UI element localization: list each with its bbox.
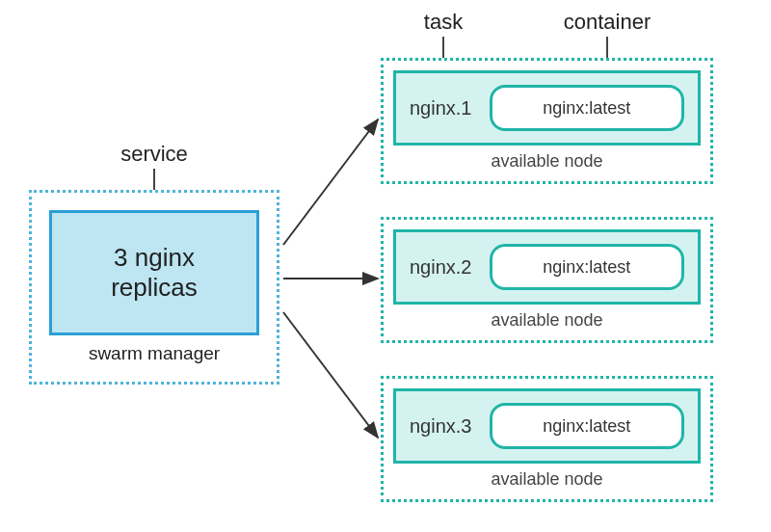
node-1: nginx.1 nginx:latest available node: [381, 58, 713, 184]
service-text: 3 nginx replicas: [111, 243, 198, 303]
node-caption-1: available node: [393, 151, 701, 172]
task-box-3: nginx.3 nginx:latest: [393, 388, 701, 464]
swarm-manager-caption: swarm manager: [49, 343, 259, 364]
node-2: nginx.2 nginx:latest available node: [381, 217, 713, 343]
arrow-to-node-1: [283, 120, 378, 245]
service-label: service: [116, 142, 193, 167]
service-line2: replicas: [111, 273, 198, 302]
task-name-3: nginx.3: [410, 415, 472, 438]
node-caption-2: available node: [393, 310, 701, 331]
container-box-2: nginx:latest: [490, 244, 685, 290]
container-box-1: nginx:latest: [490, 85, 685, 131]
container-label: container: [549, 10, 665, 35]
task-name-1: nginx.1: [410, 97, 472, 120]
service-line1: 3 nginx: [114, 243, 195, 272]
swarm-manager-box: 3 nginx replicas swarm manager: [29, 190, 279, 385]
service-box: 3 nginx replicas: [49, 210, 259, 335]
task-box-2: nginx.2 nginx:latest: [393, 229, 701, 305]
task-name-2: nginx.2: [410, 256, 472, 279]
container-box-3: nginx:latest: [490, 403, 685, 449]
node-3: nginx.3 nginx:latest available node: [381, 376, 713, 502]
arrow-to-node-3: [283, 312, 378, 438]
task-label: task: [414, 10, 472, 35]
node-caption-3: available node: [393, 469, 701, 490]
task-box-1: nginx.1 nginx:latest: [393, 70, 701, 146]
service-tick: [153, 169, 155, 190]
